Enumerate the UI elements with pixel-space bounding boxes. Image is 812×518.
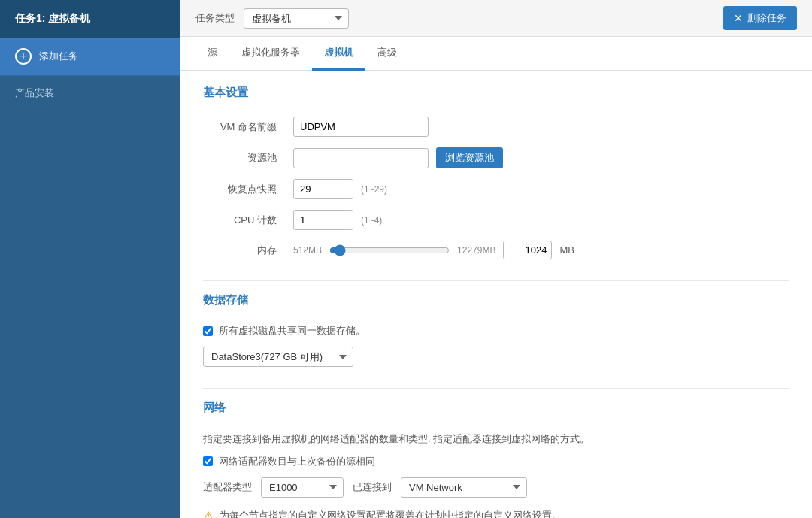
add-task-icon: + [15,48,32,65]
resource-pool-label: 资源池 [203,151,286,165]
memory-unit-label: MB [559,244,574,256]
vm-network-select[interactable]: VM Network Management Network [401,477,527,498]
restore-snapshot-label: 恢复点快照 [203,183,286,196]
memory-slider[interactable] [329,244,450,256]
adapter-type-label: 适配器类型 [203,480,252,494]
sidebar-item-product-install[interactable]: 产品安装 [0,76,180,111]
shared-datastore-row: 所有虚拟磁盘共享同一数据存储。 [203,324,789,338]
main-panel: 任务类型 虚拟备机 物理备机 ✕ 删除任务 源 虚拟化服务器 虚拟机 高级 基本… [180,0,812,518]
network-description: 指定要连接到备用虚拟机的网络适配器的数量和类型. 指定适配器连接到虚拟网络的方式… [203,432,789,447]
sidebar-title: 任务1: 虚拟备机 [0,0,180,38]
memory-value-input[interactable] [503,241,552,259]
section-divider-2 [203,388,789,389]
sidebar: 任务1: 虚拟备机 + 添加任务 产品安装 [0,0,180,518]
content-area: 基本设置 VM 命名前缀 资源池 浏览资源池 恢复点快照 (1~29) CPU … [180,71,812,518]
network-warning-row: ⚠ 为每个节点指定的自定义网络设置配置将覆盖在计划中指定的自定义网络设置。 [203,508,789,518]
tab-source[interactable]: 源 [195,37,229,71]
datastore-select[interactable]: DataStore3(727 GB 可用) DataStore1 DataSto… [203,347,353,367]
shared-datastore-checkbox[interactable] [203,326,213,336]
tab-advanced[interactable]: 高级 [365,37,409,71]
resource-pool-row: 资源池 浏览资源池 [203,147,789,168]
same-as-source-checkbox[interactable] [203,456,213,466]
task-type-select[interactable]: 虚拟备机 物理备机 [244,8,349,29]
memory-label: 内存 [203,244,286,257]
delete-task-label: 删除任务 [747,11,786,25]
cpu-count-row: CPU 计数 (1~4) [203,210,789,230]
cpu-count-label: CPU 计数 [203,214,286,227]
tab-vm[interactable]: 虚拟机 [312,37,365,71]
delete-task-button[interactable]: ✕ 删除任务 [723,6,797,30]
warning-icon: ⚠ [203,509,214,518]
vm-name-prefix-row: VM 命名前缀 [203,117,789,137]
data-storage-title: 数据存储 [203,293,789,312]
memory-max-label: 12279MB [457,245,495,256]
add-task-item[interactable]: + 添加任务 [0,38,180,76]
product-install-label: 产品安装 [15,87,54,98]
data-storage-section: 数据存储 所有虚拟磁盘共享同一数据存储。 DataStore3(727 GB 可… [203,293,789,367]
restore-snapshot-input[interactable] [293,179,353,199]
task-type-label: 任务类型 [195,11,235,25]
tab-bar: 源 虚拟化服务器 虚拟机 高级 [180,37,812,71]
vm-name-prefix-input[interactable] [293,117,429,137]
add-task-label: 添加任务 [39,50,78,63]
restore-snapshot-row: 恢复点快照 (1~29) [203,179,789,199]
resource-pool-input[interactable] [293,148,429,168]
restore-snapshot-hint: (1~29) [361,184,387,195]
network-section: 网络 指定要连接到备用虚拟机的网络适配器的数量和类型. 指定适配器连接到虚拟网络… [203,401,789,518]
memory-min-label: 512MB [293,245,322,256]
delete-icon: ✕ [734,12,743,24]
shared-datastore-label[interactable]: 所有虚拟磁盘共享同一数据存储。 [219,324,365,338]
tab-virt-server[interactable]: 虚拟化服务器 [229,37,312,71]
same-as-source-label[interactable]: 网络适配器数目与上次备份的源相同 [219,455,375,468]
cpu-count-input[interactable] [293,210,353,230]
network-warning-text: 为每个节点指定的自定义网络设置配置将覆盖在计划中指定的自定义网络设置。 [220,508,562,518]
section-divider-1 [203,280,789,281]
basic-settings-title: 基本设置 [203,86,789,105]
basic-settings-section: 基本设置 VM 命名前缀 资源池 浏览资源池 恢复点快照 (1~29) CPU … [203,86,789,259]
browse-resource-pool-button[interactable]: 浏览资源池 [436,147,503,168]
memory-row: 内存 512MB 12279MB MB [203,241,789,259]
network-title: 网络 [203,401,789,420]
header-bar: 任务类型 虚拟备机 物理备机 ✕ 删除任务 [180,0,812,37]
adapter-type-select[interactable]: E1000 VMXNET3 [261,477,344,498]
vm-name-prefix-label: VM 命名前缀 [203,120,286,134]
connected-to-label: 已连接到 [353,480,392,494]
cpu-count-hint: (1~4) [361,215,382,226]
same-as-source-row: 网络适配器数目与上次备份的源相同 [203,455,789,468]
adapter-row: 适配器类型 E1000 VMXNET3 已连接到 VM Network Mana… [203,477,789,498]
